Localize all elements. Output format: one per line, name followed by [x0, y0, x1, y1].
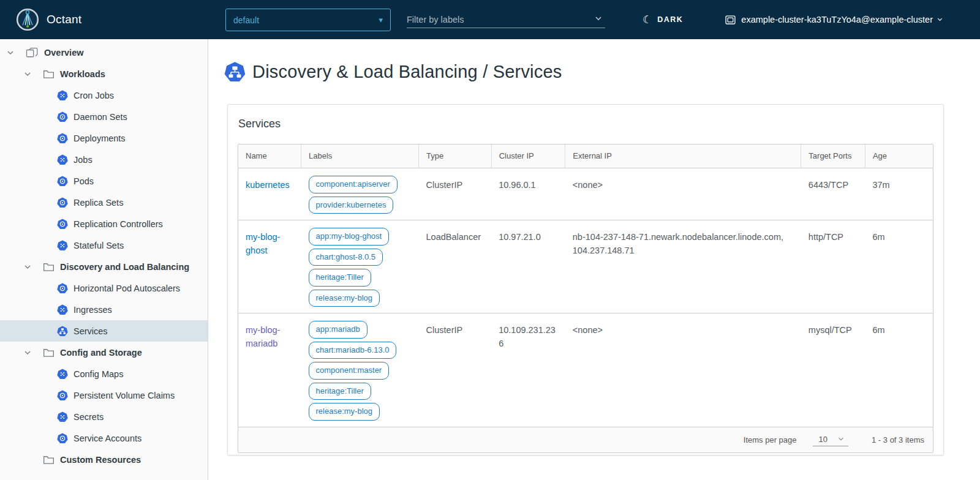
- service-name-link[interactable]: kubernetes: [246, 180, 290, 190]
- replication-controllers-icon: [57, 219, 68, 230]
- replica-sets-icon: [57, 197, 68, 208]
- cluster-selector-value: example-cluster-ka3TuTzYo4a@example-clus…: [741, 15, 933, 24]
- column-header: Type: [419, 144, 492, 168]
- sidebar-item-label: Daemon Sets: [74, 112, 127, 122]
- sidebar-item-daemon-sets[interactable]: Daemon Sets: [0, 106, 208, 127]
- sidebar-item-discovery-and-load-balancing[interactable]: Discovery and Load Balancing: [0, 256, 208, 277]
- label-badge[interactable]: app:my-blog-ghost: [309, 228, 390, 246]
- sidebar-item-label: Replica Sets: [74, 198, 123, 208]
- chevron-down-icon[interactable]: [594, 14, 603, 24]
- sidebar-item-custom-resources[interactable]: Custom Resources: [0, 449, 208, 470]
- sidebar-item-persistent-volume-claims[interactable]: Persistent Volume Claims: [0, 384, 208, 406]
- sidebar-item-label: Discovery and Load Balancing: [60, 262, 189, 272]
- services-card: Services NameLabelsTypeCluster IPExterna…: [227, 104, 944, 456]
- sidebar-item-label: Stateful Sets: [74, 241, 124, 250]
- external-ip-cell: <none>: [565, 168, 801, 220]
- target-ports-cell: mysql/TCP: [801, 313, 865, 427]
- ingresses-icon: [57, 304, 68, 315]
- daemon-sets-icon: [57, 111, 68, 122]
- chevron-down-icon[interactable]: [23, 70, 32, 78]
- table-footer: Items per page 10 1 - 3 of 3 items: [238, 427, 933, 452]
- sidebar-item-label: Jobs: [74, 155, 92, 165]
- sidebar-item-secrets[interactable]: Secrets: [0, 406, 208, 427]
- sidebar-item-label: Services: [74, 326, 108, 336]
- service-name-link[interactable]: my-blog-mariadb: [246, 325, 280, 348]
- column-header: Name: [238, 144, 301, 168]
- sidebar-item-horizontal-pod-autoscalers[interactable]: Horizontal Pod Autoscalers: [0, 277, 208, 299]
- page-size-select[interactable]: 10: [813, 433, 848, 446]
- table-header-row: NameLabelsTypeCluster IPExternal IPTarge…: [238, 144, 933, 168]
- cluster-ip-cell: 10.97.21.0: [491, 220, 565, 313]
- app-header: Octant default ▾ Filter by labels ☾ DARK…: [0, 0, 980, 39]
- dark-theme-label: DARK: [657, 15, 683, 24]
- label-badge[interactable]: component:master: [309, 362, 390, 380]
- table-row: kubernetescomponent:apiserverprovider:ku…: [238, 168, 933, 220]
- dark-theme-toggle[interactable]: ☾ DARK: [643, 0, 683, 39]
- label-badge[interactable]: provider:kubernetes: [309, 197, 394, 214]
- stateful-sets-icon: [57, 240, 68, 251]
- sidebar-item-label: Service Accounts: [74, 433, 141, 443]
- age-cell: 6m: [865, 220, 933, 313]
- items-per-page-label: Items per page: [744, 435, 797, 444]
- sidebar-item-deployments[interactable]: Deployments: [0, 127, 208, 149]
- sidebar-item-label: Deployments: [74, 133, 126, 143]
- target-ports-cell: 6443/TCP: [801, 168, 865, 220]
- sidebar-item-label: Config Maps: [74, 369, 123, 379]
- brand[interactable]: Octant: [16, 8, 81, 31]
- label-badge[interactable]: heritage:Tiller: [309, 383, 371, 400]
- chevron-down-icon[interactable]: [23, 263, 32, 271]
- age-cell: 6m: [865, 313, 933, 427]
- sidebar-item-ingresses[interactable]: Ingresses: [0, 299, 208, 320]
- service-name-link[interactable]: my-blog-ghost: [246, 232, 280, 255]
- label-filter-input[interactable]: Filter by labels: [407, 11, 605, 28]
- label-badge[interactable]: chart:ghost-8.0.5: [309, 249, 383, 266]
- sidebar-item-config-maps[interactable]: Config Maps: [0, 363, 208, 384]
- main-content: Discovery & Load Balancing / Services Se…: [209, 39, 980, 480]
- sidebar-item-label: Secrets: [74, 412, 104, 422]
- jobs-icon: [57, 154, 68, 165]
- sidebar-item-replica-sets[interactable]: Replica Sets: [0, 192, 208, 213]
- app-title: Octant: [47, 13, 81, 26]
- label-badge[interactable]: heritage:Tiller: [309, 269, 371, 287]
- target-ports-cell: http/TCP: [801, 220, 865, 313]
- sidebar-item-service-accounts[interactable]: Service Accounts: [0, 427, 208, 449]
- chevron-down-icon[interactable]: [23, 348, 32, 357]
- sidebar-item-label: Persistent Volume Claims: [74, 391, 175, 400]
- sidebar-nav: OverviewWorkloadsCron JobsDaemon SetsDep…: [0, 39, 208, 480]
- age-cell: 37m: [865, 168, 933, 220]
- service-heptagon-icon: [224, 61, 246, 83]
- sidebar-item-jobs[interactable]: Jobs: [0, 149, 208, 170]
- persistent-volume-claims-icon: [57, 390, 68, 401]
- cluster-selector[interactable]: example-cluster-ka3TuTzYo4a@example-clus…: [725, 0, 948, 39]
- sidebar-item-cron-jobs[interactable]: Cron Jobs: [0, 84, 208, 106]
- chevron-down-icon[interactable]: [6, 48, 15, 57]
- horizontal-pod-autoscalers-icon: [57, 283, 68, 294]
- column-header: Labels: [301, 144, 419, 168]
- table-row: my-blog-mariadbapp:mariadbchart:mariadb-…: [238, 313, 933, 427]
- sidebar-item-workloads[interactable]: Workloads: [0, 63, 208, 84]
- label-badge[interactable]: app:mariadb: [309, 321, 368, 339]
- sidebar-item-config-and-storage[interactable]: Config and Storage: [0, 342, 208, 363]
- service-accounts-icon: [57, 433, 68, 444]
- sidebar-item-pods[interactable]: Pods: [0, 170, 208, 192]
- sidebar-item-services[interactable]: Services: [0, 320, 208, 342]
- label-badge[interactable]: component:apiserver: [309, 176, 398, 193]
- label-filter-placeholder: Filter by labels: [407, 15, 464, 24]
- sidebar-item-stateful-sets[interactable]: Stateful Sets: [0, 234, 208, 256]
- sidebar-item-label: Horizontal Pod Autoscalers: [74, 283, 180, 293]
- caret-down-icon: ▾: [379, 15, 383, 24]
- page-title-row: Discovery & Load Balancing / Services: [224, 61, 980, 83]
- sidebar-item-overview[interactable]: Overview: [0, 42, 208, 63]
- label-badge[interactable]: release:my-blog: [309, 290, 380, 307]
- octant-logo-icon: [16, 8, 39, 31]
- config-maps-icon: [57, 369, 68, 380]
- cluster-ip-cell: 10.96.0.1: [491, 168, 565, 220]
- overview-icon: [26, 47, 39, 58]
- label-badge[interactable]: chart:mariadb-6.13.0: [309, 342, 397, 359]
- sidebar-item-label: Overview: [44, 48, 84, 58]
- label-badge[interactable]: release:my-blog: [309, 403, 380, 421]
- cluster-icon: [725, 14, 736, 26]
- namespace-select[interactable]: default ▾: [225, 9, 391, 31]
- sidebar-item-replication-controllers[interactable]: Replication Controllers: [0, 213, 208, 234]
- secrets-icon: [57, 411, 68, 422]
